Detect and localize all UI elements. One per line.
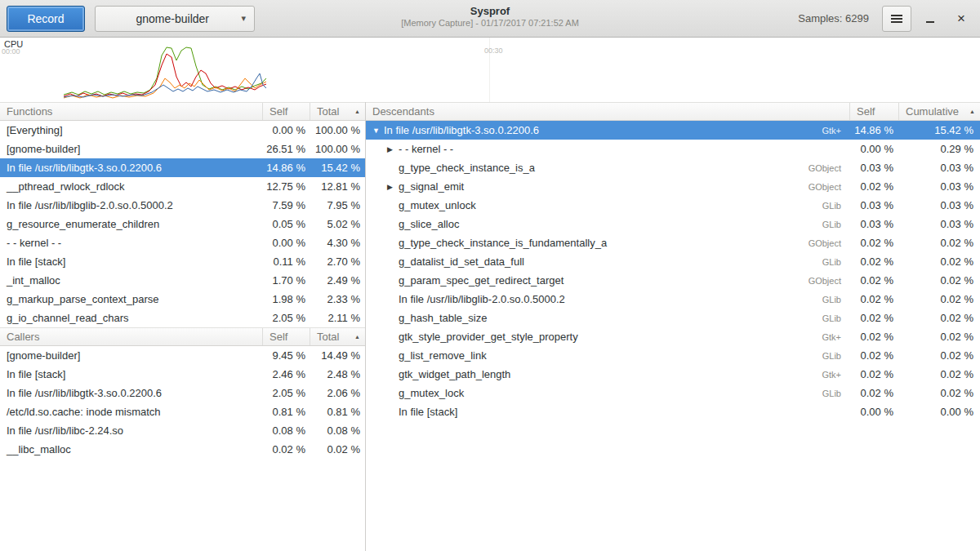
caller-self-value: 9.45 % (262, 349, 310, 362)
caller-row[interactable]: [gnome-builder] 9.45 % 14.49 % (0, 346, 365, 365)
caller-row[interactable]: In file /usr/lib/libgtk-3.so.0.2200.6 2.… (0, 384, 365, 402)
descendant-name: g_slice_alloc (399, 218, 459, 230)
callers-column-header[interactable]: Callers (0, 328, 262, 345)
descendant-name-cell: ▶ - - kernel - - (366, 143, 849, 155)
callers-self-column-header[interactable]: Self (262, 328, 310, 345)
descendant-cumulative-value: 0.02 % (898, 274, 980, 287)
descendant-name: g_datalist_id_set_data_full (399, 256, 524, 268)
function-self-value: 0.00 % (262, 237, 310, 249)
descendant-row[interactable]: ▶ - - kernel - - 0.00 % 0.29 % (366, 140, 980, 158)
minimize-icon (926, 21, 934, 23)
minimize-button[interactable] (918, 7, 942, 31)
descendants-self-column-header[interactable]: Self (849, 103, 898, 120)
descendant-self-value: 0.03 % (849, 162, 898, 174)
expander-icon[interactable]: ▶ (387, 183, 399, 191)
timeline-tick-mid: 00:30 (484, 47, 503, 55)
descendant-name-cell: g_datalist_id_set_data_full GLib (366, 256, 849, 268)
caller-row[interactable]: In file /usr/lib/libc-2.24.so 0.08 % 0.0… (0, 421, 365, 440)
descendant-name: g_type_check_instance_is_fundamentally_a (399, 237, 607, 249)
descendant-row[interactable]: In file /usr/lib/libglib-2.0.so.0.5000.2… (366, 290, 980, 309)
function-row[interactable]: In file /usr/lib/libglib-2.0.so.0.5000.2… (0, 196, 365, 215)
descendants-column-header[interactable]: Descendants (366, 103, 849, 120)
functions-table: Functions Self Total ▲ [Everything] 0.00… (0, 102, 365, 327)
descendant-cumulative-value: 0.02 % (898, 293, 980, 305)
function-self-value: 1.70 % (262, 274, 310, 287)
descendant-row[interactable]: g_type_check_instance_is_fundamentally_a… (366, 233, 980, 252)
descendant-name: g_signal_emit (399, 180, 464, 193)
header-right: Samples: 6299 × (798, 6, 973, 32)
descendant-row[interactable]: g_datalist_id_set_data_full GLib 0.02 % … (366, 252, 980, 271)
descendant-row[interactable]: g_type_check_instance_is_a GObject 0.03 … (366, 158, 980, 177)
function-row[interactable]: - - kernel - - 0.00 % 4.30 % (0, 233, 365, 252)
function-row[interactable]: _int_malloc 1.70 % 2.49 % (0, 271, 365, 290)
functions-header-row: Functions Self Total ▲ (0, 102, 365, 121)
function-row[interactable]: __pthread_rwlock_rdlock 12.75 % 12.81 % (0, 177, 365, 196)
descendants-cumulative-column-header[interactable]: Cumulative ▲ (898, 103, 980, 120)
function-total-value: 15.42 % (310, 162, 365, 174)
cpu-line-blue (64, 73, 266, 97)
descendant-cumulative-value: 15.42 % (898, 124, 980, 136)
menu-button[interactable] (882, 6, 911, 32)
descendant-row[interactable]: gtk_widget_path_length Gtk+ 0.02 % 0.02 … (366, 365, 980, 384)
descendant-name: g_type_check_instance_is_a (399, 162, 535, 174)
function-row[interactable]: [Everything] 0.00 % 100.00 % (0, 121, 365, 140)
close-button[interactable]: × (949, 7, 973, 31)
chevron-down-icon: ▾ (241, 13, 246, 24)
descendant-name: - - kernel - - (399, 143, 453, 155)
descendant-cumulative-value: 0.02 % (898, 331, 980, 343)
record-button[interactable]: Record (7, 6, 85, 32)
cpu-timeline[interactable]: CPU 00:00 00:30 (0, 38, 980, 102)
function-row[interactable]: g_io_channel_read_chars 2.05 % 2.11 % (0, 309, 365, 327)
descendant-row[interactable]: g_mutex_lock GLib 0.02 % 0.02 % (366, 384, 980, 402)
callers-total-column-header[interactable]: Total ▲ (310, 328, 365, 345)
caller-name: /etc/ld.so.cache: inode mismatch (0, 406, 262, 418)
functions-total-label: Total (317, 105, 339, 118)
header-bar: Record gnome-builder ▾ Sysprof [Memory C… (0, 0, 980, 38)
descendant-cumulative-value: 0.02 % (898, 312, 980, 324)
function-self-value: 7.59 % (262, 199, 310, 211)
library-tag: GLib (822, 201, 849, 211)
caller-row[interactable]: /etc/ld.so.cache: inode mismatch 0.81 % … (0, 402, 365, 421)
descendant-self-value: 0.02 % (849, 368, 898, 380)
function-name: [gnome-builder] (0, 143, 262, 155)
function-row[interactable]: g_markup_parse_context_parse 1.98 % 2.33… (0, 290, 365, 309)
descendant-self-value: 0.02 % (849, 349, 898, 362)
function-row[interactable]: In file [stack] 0.11 % 2.70 % (0, 252, 365, 271)
function-total-value: 100.00 % (310, 124, 365, 136)
library-tag: Gtk+ (822, 126, 849, 136)
function-total-value: 100.00 % (310, 143, 365, 155)
descendant-row[interactable]: ▼ In file /usr/lib/libgtk-3.so.0.2200.6 … (366, 121, 980, 140)
descendant-row[interactable]: gtk_style_provider_get_style_property Gt… (366, 327, 980, 346)
descendants-pane: Descendants Self Cumulative ▲ ▼ In file … (366, 102, 980, 551)
descendant-self-value: 0.00 % (849, 406, 898, 418)
descendant-row[interactable]: g_hash_table_size GLib 0.02 % 0.02 % (366, 309, 980, 327)
descendant-name: g_mutex_lock (399, 387, 464, 399)
function-row[interactable]: In file /usr/lib/libgtk-3.so.0.2200.6 14… (0, 158, 365, 177)
functions-self-column-header[interactable]: Self (262, 103, 310, 120)
expander-icon[interactable]: ▶ (387, 145, 399, 153)
expander-icon[interactable]: ▼ (372, 127, 384, 135)
callers-table: Callers Self Total ▲ [gnome-builder] 9.4… (0, 327, 365, 459)
function-total-value: 12.81 % (310, 180, 365, 193)
descendant-row[interactable]: ▶ g_signal_emit GObject 0.02 % 0.03 % (366, 177, 980, 196)
descendant-cumulative-value: 0.29 % (898, 143, 980, 155)
descendant-row[interactable]: g_list_remove_link GLib 0.02 % 0.02 % (366, 346, 980, 365)
descendant-self-value: 0.02 % (849, 256, 898, 268)
library-tag: GObject (808, 238, 849, 248)
descendant-cumulative-value: 0.03 % (898, 218, 980, 230)
caller-row[interactable]: In file [stack] 2.46 % 2.48 % (0, 365, 365, 384)
process-selector[interactable]: gnome-builder ▾ (95, 6, 255, 32)
function-row[interactable]: g_resource_enumerate_children 0.05 % 5.0… (0, 215, 365, 233)
descendant-row[interactable]: g_param_spec_get_redirect_target GObject… (366, 271, 980, 290)
function-name: In file /usr/lib/libglib-2.0.so.0.5000.2 (0, 199, 262, 211)
descendant-self-value: 0.00 % (849, 143, 898, 155)
descendant-row[interactable]: g_mutex_unlock GLib 0.03 % 0.03 % (366, 196, 980, 215)
caller-row[interactable]: __libc_malloc 0.02 % 0.02 % (0, 440, 365, 459)
functions-column-header[interactable]: Functions (0, 103, 262, 120)
functions-total-column-header[interactable]: Total ▲ (310, 103, 365, 120)
library-tag: GLib (822, 257, 849, 267)
function-row[interactable]: [gnome-builder] 26.51 % 100.00 % (0, 140, 365, 158)
descendant-row[interactable]: g_slice_alloc GLib 0.03 % 0.03 % (366, 215, 980, 233)
descendant-row[interactable]: In file [stack] 0.00 % 0.00 % (366, 402, 980, 421)
descendant-name: g_hash_table_size (399, 312, 487, 324)
